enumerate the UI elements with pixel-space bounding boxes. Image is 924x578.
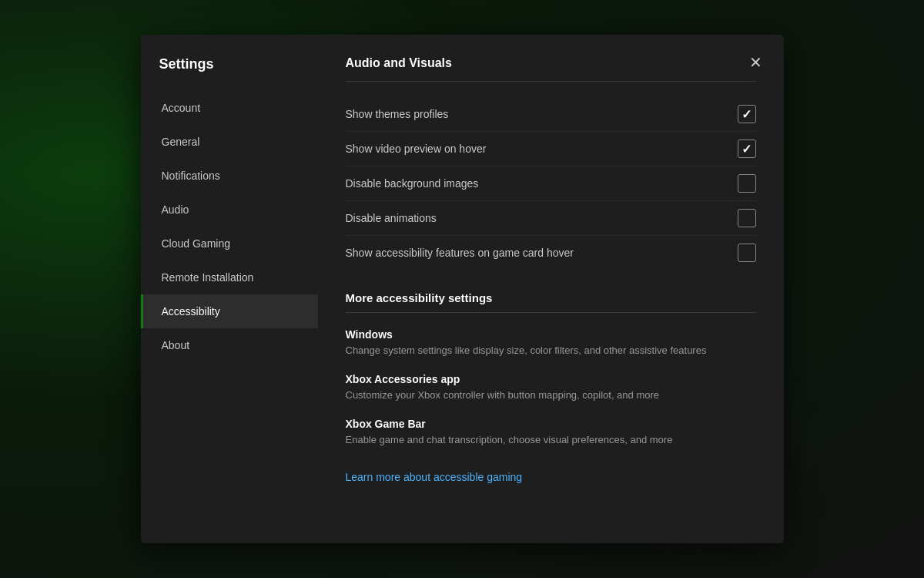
accessibility-link-title-windows: Windows — [346, 328, 756, 341]
sidebar-item-about[interactable]: About — [141, 328, 318, 362]
toggle-label-show-themes: Show themes profiles — [346, 108, 449, 120]
checkbox-show-themes[interactable] — [738, 105, 756, 123]
checkbox-disable-anim[interactable] — [738, 209, 756, 227]
accessibility-link-windows[interactable]: WindowsChange system settings like displ… — [346, 328, 756, 358]
close-button[interactable]: ✕ — [744, 50, 768, 75]
sidebar: Settings AccountGeneralNotificationsAudi… — [141, 35, 318, 543]
settings-title: Settings — [141, 56, 318, 91]
accessibility-link-title-xbox-game-bar: Xbox Game Bar — [346, 418, 756, 430]
main-content: ✕ Audio and Visuals Show themes profiles… — [318, 35, 784, 543]
more-accessibility-title: More accessibility settings — [346, 291, 756, 304]
toggle-label-disable-bg: Disable background images — [346, 177, 479, 190]
sidebar-item-notifications[interactable]: Notifications — [141, 159, 318, 193]
toggle-row-disable-anim: Disable animations — [346, 201, 756, 236]
sidebar-item-cloud-gaming[interactable]: Cloud Gaming — [141, 227, 318, 260]
toggle-row-show-accessibility: Show accessibility features on game card… — [346, 236, 756, 270]
section-divider — [346, 81, 756, 82]
toggle-row-show-video: Show video preview on hover — [346, 132, 756, 166]
sidebar-item-general[interactable]: General — [141, 125, 318, 159]
sidebar-item-account[interactable]: Account — [141, 91, 318, 125]
toggle-label-disable-anim: Disable animations — [346, 212, 437, 224]
checkbox-show-video[interactable] — [738, 139, 756, 158]
sidebar-item-audio[interactable]: Audio — [141, 193, 318, 227]
toggle-row-disable-bg: Disable background images — [346, 166, 756, 201]
toggle-label-show-video: Show video preview on hover — [346, 143, 487, 155]
more-section-divider — [346, 312, 756, 313]
toggle-row-show-themes: Show themes profiles — [346, 97, 756, 132]
accessibility-link-desc-xbox-accessories: Customize your Xbox controller with butt… — [346, 388, 756, 402]
settings-dialog: Settings AccountGeneralNotificationsAudi… — [141, 35, 784, 543]
checkbox-show-accessibility[interactable] — [738, 244, 756, 262]
sidebar-item-remote-installation[interactable]: Remote Installation — [141, 260, 318, 294]
checkbox-disable-bg[interactable] — [738, 174, 756, 193]
section-title: Audio and Visuals — [346, 56, 756, 70]
accessibility-link-xbox-accessories[interactable]: Xbox Accessories appCustomize your Xbox … — [346, 373, 756, 402]
accessibility-link-title-xbox-accessories: Xbox Accessories app — [346, 373, 756, 385]
toggle-label-show-accessibility: Show accessibility features on game card… — [346, 247, 574, 259]
sidebar-item-accessibility[interactable]: Accessibility — [141, 294, 318, 328]
accessibility-link-desc-windows: Change system settings like display size… — [346, 344, 756, 358]
accessibility-link-xbox-game-bar[interactable]: Xbox Game BarEnable game and chat transc… — [346, 418, 756, 447]
learn-more-link[interactable]: Learn more about accessible gaming — [346, 471, 523, 483]
accessibility-link-desc-xbox-game-bar: Enable game and chat transcription, choo… — [346, 433, 756, 447]
